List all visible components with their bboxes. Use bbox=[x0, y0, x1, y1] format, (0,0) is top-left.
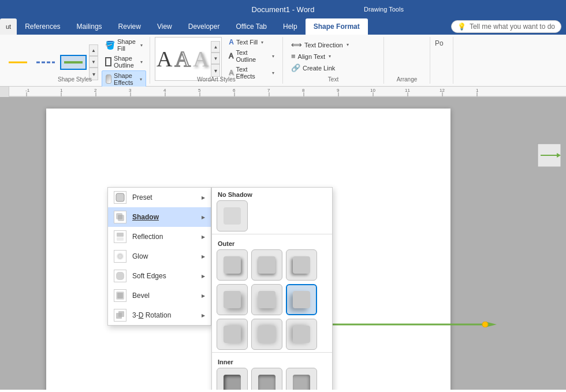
svg-text:1: 1 bbox=[60, 88, 63, 93]
softedges-label: Soft Edges bbox=[132, 272, 166, 280]
text-fill-label: Text Fill bbox=[236, 39, 258, 46]
tab-review[interactable]: Review bbox=[110, 18, 149, 35]
text-outline-icon: A bbox=[229, 52, 233, 60]
svg-point-34 bbox=[482, 322, 488, 327]
shape-effects-menu: Preset ▶ Shadow ▶ Reflection ▶ bbox=[107, 187, 211, 326]
shadow-outer-5[interactable] bbox=[251, 284, 282, 315]
inner-label: Inner bbox=[212, 355, 332, 368]
svg-text:8: 8 bbox=[302, 88, 305, 93]
bevel-label: Bevel bbox=[132, 292, 150, 300]
scroll-down-arrow[interactable]: ▼ bbox=[89, 56, 98, 68]
menu-item-preset[interactable]: Preset ▶ bbox=[108, 188, 211, 207]
text-direction-label: Text Direction bbox=[304, 42, 343, 48]
text-direction-button[interactable]: ⟺ Text Direction ▾ bbox=[288, 39, 379, 50]
reflection-chevron: ▶ bbox=[202, 234, 205, 240]
svg-rect-38 bbox=[116, 193, 124, 201]
menu-item-softedges[interactable]: Soft Edges ▶ bbox=[108, 266, 211, 286]
menu-item-glow[interactable]: Glow ▶ bbox=[108, 247, 211, 266]
create-link-button[interactable]: 🔗 Create Link bbox=[288, 62, 379, 73]
text-group-label: Text bbox=[283, 76, 383, 83]
arrange-group: Arrange bbox=[384, 37, 430, 84]
scroll-up-arrow[interactable]: ▲ bbox=[89, 44, 98, 56]
tab-mailings[interactable]: Mailings bbox=[69, 18, 110, 35]
text-fill-button[interactable]: A Text Fill ▾ bbox=[225, 37, 278, 47]
preset-icon bbox=[114, 191, 126, 204]
tab-developer[interactable]: Developer bbox=[180, 18, 228, 35]
wordart-scroll-expand[interactable]: ▾ bbox=[211, 64, 220, 77]
outer-label: Outer bbox=[212, 237, 332, 249]
shadow-outer-2[interactable] bbox=[251, 249, 282, 281]
text-outline-label: Text Outline bbox=[236, 49, 269, 63]
tab-references[interactable]: References bbox=[17, 18, 68, 35]
shadow-label: Shadow bbox=[132, 213, 159, 221]
divider-2 bbox=[212, 352, 332, 353]
text-outline-button[interactable]: A Text Outline ▾ bbox=[225, 48, 278, 64]
text-group: ⟺ Text Direction ▾ ≡ Align Text ▾ 🔗 Crea… bbox=[283, 37, 384, 84]
tell-me-input[interactable]: 💡 Tell me what you want to do bbox=[451, 20, 561, 33]
horizontal-ruler: -1 1 2 3 4 5 6 7 8 9 10 11 12 1 bbox=[9, 87, 566, 97]
ruler-area: -1 1 2 3 4 5 6 7 8 9 10 11 12 1 bbox=[0, 87, 566, 97]
svg-text:6: 6 bbox=[233, 88, 236, 93]
shadow-icon bbox=[114, 211, 126, 223]
shadow-outer-8[interactable] bbox=[251, 319, 282, 350]
align-text-button[interactable]: ≡ Align Text ▾ bbox=[288, 51, 379, 62]
svg-point-44 bbox=[118, 255, 122, 258]
shape-preset-2[interactable] bbox=[32, 55, 59, 70]
3drotation-chevron: ▶ bbox=[202, 313, 205, 318]
wordart-a-outlined[interactable]: A bbox=[174, 48, 190, 70]
shadow-outer-4[interactable] bbox=[217, 284, 248, 315]
shadow-outer-6[interactable] bbox=[286, 284, 317, 315]
svg-text:2: 2 bbox=[94, 88, 97, 93]
size-group: Po bbox=[430, 37, 453, 84]
shadow-outer-7[interactable] bbox=[217, 319, 248, 350]
menu-item-shadow[interactable]: Shadow ▶ bbox=[108, 207, 211, 227]
shadow-option-none[interactable] bbox=[217, 200, 248, 232]
shadow-inner-1[interactable] bbox=[217, 368, 248, 390]
wordart-a-solid[interactable]: A bbox=[157, 48, 172, 70]
tab-help[interactable]: Help bbox=[275, 18, 306, 35]
shadow-submenu: No Shadow Outer Inner bbox=[211, 187, 333, 390]
chevron-at: ▾ bbox=[329, 54, 331, 59]
align-text-label: Align Text bbox=[298, 53, 326, 60]
shadow-outer-3[interactable] bbox=[286, 249, 317, 281]
shadow-outer-1[interactable] bbox=[217, 249, 248, 281]
link-icon: 🔗 bbox=[291, 64, 300, 72]
shadow-outer-9[interactable] bbox=[286, 319, 317, 350]
chevron-icon: ▾ bbox=[140, 43, 143, 48]
tab-shapeformat[interactable]: Shape Format bbox=[306, 18, 368, 35]
align-text-icon: ≡ bbox=[291, 52, 296, 61]
shape-preset-1[interactable] bbox=[5, 55, 31, 70]
wordart-scroll-up[interactable]: ▲ bbox=[211, 41, 220, 53]
menu-item-3drotation[interactable]: 3-D Rotation ▶ bbox=[108, 305, 211, 325]
chevron-td: ▾ bbox=[347, 42, 349, 47]
bevel-chevron: ▶ bbox=[202, 293, 205, 298]
shadow-inner-2[interactable] bbox=[251, 368, 282, 390]
ribbon: ▲ ▼ ▾ 🪣 Shape Fill ▾ Shape Outline ▾ bbox=[0, 35, 566, 87]
shape-outline-button[interactable]: Shape Outline ▾ bbox=[102, 54, 146, 70]
shape-styles-group: ▲ ▼ ▾ 🪣 Shape Fill ▾ Shape Outline ▾ bbox=[0, 37, 150, 84]
document-area: Preset ▶ Shadow ▶ Reflection ▶ bbox=[0, 97, 566, 390]
tab-officetab[interactable]: Office Tab bbox=[228, 18, 275, 35]
text-effects-icon: A bbox=[229, 69, 233, 77]
wordart-a-shadow[interactable]: A bbox=[193, 48, 208, 70]
divider-1 bbox=[212, 234, 332, 234]
drawing-tools-label: Drawing Tools bbox=[364, 6, 404, 13]
reflection-icon bbox=[114, 230, 126, 243]
shape-fill-button[interactable]: 🪣 Shape Fill ▾ bbox=[102, 37, 146, 53]
svg-rect-45 bbox=[116, 272, 124, 280]
svg-rect-40 bbox=[118, 215, 124, 221]
menu-item-reflection[interactable]: Reflection ▶ bbox=[108, 227, 211, 247]
shadow-inner-3[interactable] bbox=[286, 368, 317, 390]
menu-item-bevel[interactable]: Bevel ▶ bbox=[108, 286, 211, 305]
tab-view[interactable]: View bbox=[149, 18, 180, 35]
shape-preset-3[interactable] bbox=[60, 55, 87, 70]
svg-text:1: 1 bbox=[476, 88, 479, 93]
tab-file[interactable]: ut bbox=[0, 18, 17, 35]
preset-chevron: ▶ bbox=[202, 195, 205, 200]
wordart-scroll-down[interactable]: ▼ bbox=[211, 53, 220, 64]
svg-rect-47 bbox=[117, 293, 123, 298]
paint-bucket-icon: 🪣 bbox=[105, 40, 115, 50]
doc-thumbnail[interactable] bbox=[537, 143, 560, 166]
3drotation-label: 3-D Rotation bbox=[132, 311, 171, 319]
no-shadow-label: No Shadow bbox=[212, 188, 332, 200]
